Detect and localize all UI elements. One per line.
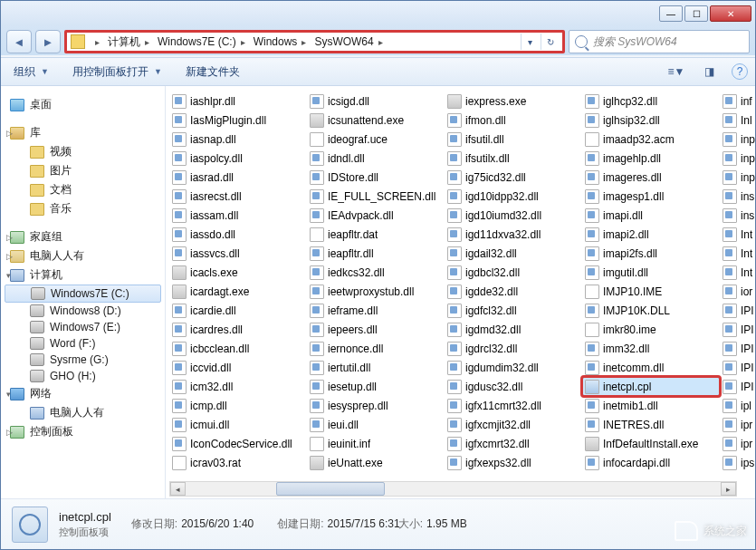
- scroll-right-button[interactable]: ▸: [721, 482, 736, 496]
- nav-network-pc[interactable]: 电脑人人有: [1, 403, 165, 422]
- new-folder-button[interactable]: 新建文件夹: [180, 63, 245, 82]
- file-item[interactable]: Inl: [720, 111, 755, 130]
- file-item[interactable]: INETRES.dll: [582, 415, 720, 434]
- file-item[interactable]: IPI: [720, 301, 755, 320]
- file-item[interactable]: icm32.dll: [169, 377, 307, 396]
- horizontal-scrollbar[interactable]: ◂ ▸: [169, 481, 737, 497]
- file-item[interactable]: InfDefaultInstall.exe: [582, 434, 720, 453]
- file-item[interactable]: imagesp1.dll: [582, 187, 720, 206]
- file-item[interactable]: icmui.dll: [169, 415, 307, 434]
- file-item[interactable]: ieetwproxystub.dll: [307, 282, 445, 301]
- file-item[interactable]: iasnap.dll: [169, 130, 307, 149]
- file-item[interactable]: inp: [720, 149, 755, 168]
- help-button[interactable]: ?: [732, 63, 748, 80]
- file-item[interactable]: iernonce.dll: [307, 339, 445, 358]
- file-item[interactable]: iaspolcy.dll: [169, 149, 307, 168]
- scroll-thumb[interactable]: [276, 482, 385, 496]
- file-item[interactable]: icmp.dll: [169, 396, 307, 415]
- file-item[interactable]: imkr80.ime: [582, 320, 720, 339]
- file-item[interactable]: Int: [720, 225, 755, 244]
- file-item[interactable]: ieapfltr.dll: [307, 244, 445, 263]
- scroll-left-button[interactable]: ◂: [170, 482, 186, 496]
- file-item[interactable]: imapi.dll: [582, 206, 720, 225]
- address-dropdown[interactable]: ▾: [521, 34, 539, 50]
- file-item[interactable]: icardres.dll: [169, 320, 307, 339]
- file-item[interactable]: ieapfltr.dat: [307, 225, 445, 244]
- file-item[interactable]: igfxcmjit32.dll: [445, 415, 582, 434]
- nav-lib-documents[interactable]: 文档: [1, 180, 165, 199]
- file-item[interactable]: ins: [720, 206, 755, 225]
- organize-button[interactable]: 组织▼: [8, 63, 54, 82]
- file-item[interactable]: igdbcl32.dll: [445, 263, 582, 282]
- file-item[interactable]: igd10idpp32.dll: [445, 187, 582, 206]
- file-item[interactable]: IasMigPlugin.dll: [169, 111, 307, 130]
- file-item[interactable]: ior: [720, 282, 755, 301]
- file-item[interactable]: ifmon.dll: [445, 111, 582, 130]
- file-item[interactable]: igdusc32.dll: [445, 377, 582, 396]
- file-item[interactable]: imm32.dll: [582, 339, 720, 358]
- breadcrumb-syswow64[interactable]: SysWOW64▸: [312, 35, 388, 48]
- file-item[interactable]: igdde32.dll: [445, 282, 582, 301]
- file-item[interactable]: ig75icd32.dll: [445, 168, 582, 187]
- file-item[interactable]: igdrcl32.dll: [445, 339, 582, 358]
- file-item[interactable]: iexpress.exe: [445, 92, 582, 111]
- file-item[interactable]: ieUnatt.exe: [307, 453, 445, 472]
- file-item[interactable]: icacls.exe: [169, 263, 307, 282]
- view-options-button[interactable]: ≡▼: [666, 63, 686, 81]
- maximize-button[interactable]: ☐: [684, 5, 708, 22]
- file-item[interactable]: iassam.dll: [169, 206, 307, 225]
- file-item[interactable]: igdumdim32.dll: [445, 358, 582, 377]
- file-item[interactable]: imaadp32.acm: [582, 130, 720, 149]
- file-item[interactable]: infocardapi.dll: [582, 453, 720, 472]
- file-item[interactable]: igd11dxva32.dll: [445, 225, 582, 244]
- file-item[interactable]: igdmd32.dll: [445, 320, 582, 339]
- nav-lib-videos[interactable]: 视频: [1, 142, 165, 161]
- nav-control-panel[interactable]: ▷控制面板: [1, 422, 165, 441]
- file-item[interactable]: imapi2.dll: [582, 225, 720, 244]
- search-input[interactable]: 搜索 SysWOW64: [569, 30, 750, 53]
- file-item[interactable]: inetcomm.dll: [582, 358, 720, 377]
- file-item[interactable]: igfxcmrt32.dll: [445, 434, 582, 453]
- file-item[interactable]: ipr: [720, 415, 755, 434]
- file-item[interactable]: iassvcs.dll: [169, 244, 307, 263]
- forward-button[interactable]: ►: [35, 30, 61, 53]
- file-item[interactable]: iedkcs32.dll: [307, 263, 445, 282]
- nav-drive-d[interactable]: Windows8 (D:): [1, 303, 165, 319]
- file-item[interactable]: IE_FULL_SCREEN.dll: [307, 187, 445, 206]
- file-item[interactable]: IMJP10.IME: [582, 282, 720, 301]
- file-item[interactable]: iesysprep.dll: [307, 396, 445, 415]
- file-item[interactable]: iesetup.dll: [307, 377, 445, 396]
- file-item[interactable]: IPI: [720, 320, 755, 339]
- file-item[interactable]: icsigd.dll: [307, 92, 445, 111]
- open-with-cpl-button[interactable]: 用控制面板打开▼: [67, 63, 167, 82]
- breadcrumb-sep[interactable]: ▸: [89, 37, 106, 47]
- file-item[interactable]: inetmib1.dll: [582, 396, 720, 415]
- file-item[interactable]: imagehlp.dll: [582, 149, 720, 168]
- file-item[interactable]: ieuinit.inf: [307, 434, 445, 453]
- file-item[interactable]: IPI: [720, 339, 755, 358]
- nav-user[interactable]: ▷电脑人人有: [1, 246, 165, 265]
- file-item[interactable]: ipr: [720, 434, 755, 453]
- file-item[interactable]: igfxexps32.dll: [445, 453, 582, 472]
- file-item[interactable]: ifsutil.dll: [445, 130, 582, 149]
- file-item[interactable]: Int: [720, 244, 755, 263]
- address-bar[interactable]: ▸ 计算机▸ Windows7E (C:)▸ Windows▸ SysWOW64…: [64, 30, 565, 53]
- file-item[interactable]: ifsutilx.dll: [445, 149, 582, 168]
- file-item[interactable]: Int: [720, 263, 755, 282]
- file-item[interactable]: iertutil.dll: [307, 358, 445, 377]
- preview-pane-button[interactable]: ◨: [699, 63, 719, 81]
- file-item[interactable]: IMJP10K.DLL: [582, 301, 720, 320]
- nav-drive-c[interactable]: Windows7E (C:): [5, 285, 161, 303]
- nav-computer[interactable]: ▾计算机: [1, 265, 165, 285]
- file-item[interactable]: imapi2fs.dll: [582, 244, 720, 263]
- file-item[interactable]: IDStore.dll: [307, 168, 445, 187]
- file-item[interactable]: igdfcl32.dll: [445, 301, 582, 320]
- file-item[interactable]: icbcclean.dll: [169, 339, 307, 358]
- file-item[interactable]: ieui.dll: [307, 415, 445, 434]
- file-item[interactable]: iasrad.dll: [169, 168, 307, 187]
- minimize-button[interactable]: —: [659, 5, 683, 22]
- file-item[interactable]: inp: [720, 130, 755, 149]
- breadcrumb-computer[interactable]: 计算机▸: [106, 34, 156, 50]
- file-item[interactable]: idndl.dll: [307, 149, 445, 168]
- file-item[interactable]: IEAdvpack.dll: [307, 206, 445, 225]
